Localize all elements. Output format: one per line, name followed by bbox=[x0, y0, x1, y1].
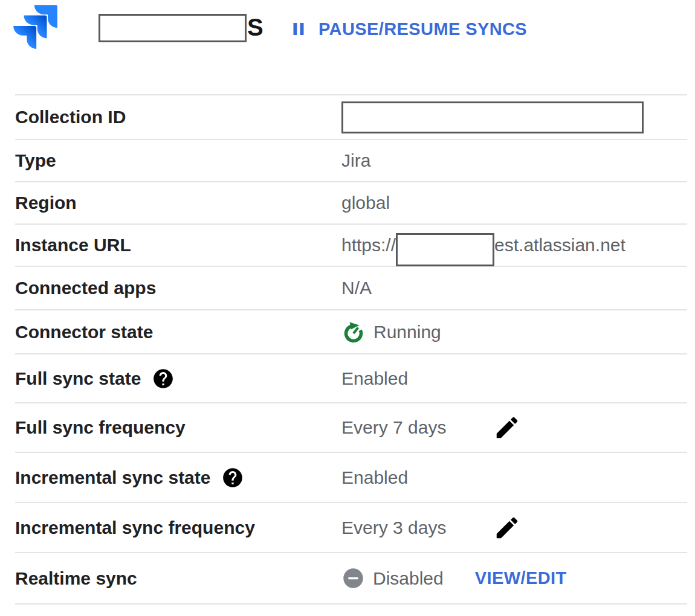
jira-logo-icon bbox=[6, 0, 65, 56]
table-row-collection-id: Collection ID bbox=[15, 95, 687, 140]
full-sync-state-value: Enabled bbox=[341, 368, 408, 389]
incremental-sync-frequency-value: Every 3 days bbox=[341, 518, 446, 538]
edit-full-sync-frequency-button[interactable] bbox=[493, 414, 521, 441]
table-row-realtime-sync: Realtime sync Disabled VIEW/EDIT bbox=[15, 553, 687, 605]
page-title: S bbox=[247, 13, 263, 41]
view-edit-link[interactable]: VIEW/EDIT bbox=[475, 568, 567, 588]
table-row-incremental-sync-frequency: Incremental sync frequency Every 3 days bbox=[15, 503, 687, 553]
table-row-incremental-sync-state: Incremental sync state Enabled bbox=[15, 453, 687, 503]
connector-details-table: Collection ID Type Jira Region global In… bbox=[15, 94, 687, 605]
pause-resume-label: PAUSE/RESUME SYNCS bbox=[318, 19, 527, 39]
table-row-connected-apps: Connected apps N/A bbox=[15, 267, 687, 310]
row-label: Instance URL bbox=[15, 235, 131, 255]
connector-state-value: Running bbox=[373, 322, 441, 342]
row-label: Full sync state bbox=[15, 368, 141, 389]
disabled-status-icon bbox=[341, 566, 365, 590]
instance-url-prefix: https:// bbox=[341, 235, 396, 255]
help-icon[interactable] bbox=[152, 367, 175, 390]
realtime-sync-value: Disabled bbox=[373, 568, 444, 589]
page-header: S PAUSE/RESUME SYNCS bbox=[0, 0, 695, 94]
full-sync-frequency-value: Every 7 days bbox=[341, 417, 446, 438]
pause-icon bbox=[288, 19, 309, 39]
pause-resume-syncs-button[interactable]: PAUSE/RESUME SYNCS bbox=[288, 18, 527, 40]
edit-incremental-sync-frequency-button[interactable] bbox=[493, 514, 521, 542]
table-row-connector-state: Connector state Running bbox=[15, 310, 687, 355]
table-row-region: Region global bbox=[15, 182, 687, 225]
row-label: Type bbox=[15, 150, 56, 171]
row-label: Incremental sync frequency bbox=[15, 518, 255, 538]
region-value: global bbox=[341, 193, 390, 213]
row-label: Connector state bbox=[15, 322, 153, 342]
table-row-type: Type Jira bbox=[15, 140, 687, 182]
table-row-instance-url: Instance URL https:// est.atlassian.net bbox=[15, 225, 687, 267]
row-label: Full sync frequency bbox=[15, 417, 186, 438]
instance-url-redaction-box bbox=[396, 233, 494, 266]
table-row-full-sync-frequency: Full sync frequency Every 7 days bbox=[15, 403, 687, 453]
collection-id-redaction-box bbox=[341, 101, 644, 133]
connected-apps-value: N/A bbox=[341, 278, 372, 298]
table-row-full-sync-state: Full sync state Enabled bbox=[15, 355, 687, 403]
row-label: Realtime sync bbox=[15, 568, 137, 589]
row-label: Collection ID bbox=[15, 107, 126, 127]
title-redaction-box bbox=[99, 14, 247, 42]
row-label: Region bbox=[15, 193, 77, 213]
type-value: Jira bbox=[341, 150, 370, 171]
row-label: Connected apps bbox=[15, 278, 156, 298]
incremental-sync-state-value: Enabled bbox=[341, 467, 408, 488]
running-status-icon bbox=[341, 319, 366, 345]
help-icon[interactable] bbox=[221, 466, 244, 489]
row-label: Incremental sync state bbox=[15, 467, 210, 488]
instance-url-suffix: est.atlassian.net bbox=[494, 235, 626, 255]
